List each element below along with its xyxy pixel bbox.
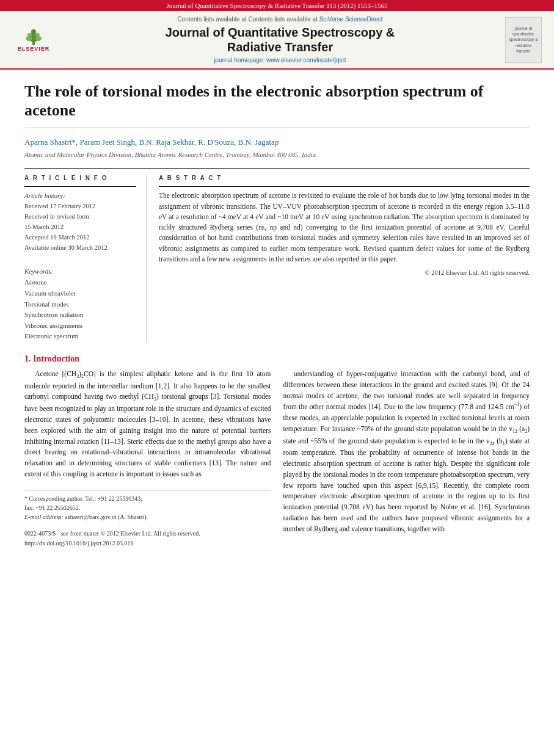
journal-citation-bar: Journal of Quantitative Spectroscopy & R… [0,0,554,11]
journal-citation-text: Journal of Quantitative Spectroscopy & R… [166,2,387,9]
accepted-text: Accepted 19 March 2012 [24,234,89,241]
article-info-column: A R T I C L E I N F O Article history: R… [24,175,147,342]
journal-thumb-text: journal ofquantitativespectroscopy &radi… [509,26,538,53]
homepage-url[interactable]: www.elsevier.com/locate/jqsrt [266,57,346,64]
abstract-column: A B S T R A C T The electronic absorptio… [159,175,530,342]
authors-line: Aparna Shastri*, Param Jeet Singh, B.N. … [24,137,530,147]
sciverse-text[interactable]: SciVerse ScienceDirect [319,16,383,23]
journal-main-title: Journal of Quantitative Spectroscopy & R… [55,25,505,54]
divider [24,186,136,187]
footnote-2: fax: +91 22 25502652. [24,503,271,512]
journal-header: ELSEVIER Contents lists available at Con… [0,11,554,70]
copyright-line: © 2012 Elsevier Ltd. All rights reserved… [159,269,530,276]
journal-title-line1: Journal of Quantitative Spectroscopy & [166,26,395,39]
main-content: The role of torsional modes in the elect… [0,70,554,561]
received-text: Received 17 February 2012 [24,203,95,209]
article-history-label: Article history: [24,192,136,199]
footnotes: * Corresponding author. Tel.: +91 22 255… [24,490,271,522]
svg-point-3 [31,29,36,34]
body-para-1: Acetone [(CH3)2CO] is the simplest aliph… [24,369,271,480]
journal-thumbnail: journal ofquantitativespectroscopy &radi… [505,17,542,63]
bottom-bar-line2: http://dx.doi.org/10.1016/j.jqsrt.2012.0… [24,539,271,548]
journal-homepage: journal homepage: www.elsevier.com/locat… [55,57,505,64]
received-date: Received 17 February 2012 Received in re… [24,202,136,253]
journal-title-block: Contents lists available at Contents lis… [55,16,505,64]
elsevier-logo: ELSEVIER [12,26,55,54]
svg-point-6 [27,33,32,37]
homepage-label: journal homepage: [214,57,264,64]
elsevier-tree-icon [21,27,46,46]
contents-line: Contents lists available at Contents lis… [55,16,505,23]
bottom-bar-line1: 0022-4073/$ - see front matter © 2012 El… [24,529,271,539]
elsevier-brand-text: ELSEVIER [18,46,50,52]
footnote-1: * Corresponding author. Tel.: +91 22 255… [24,494,271,503]
article-info-abstract-section: A R T I C L E I N F O Article history: R… [24,168,530,342]
body-col-2: understanding of hyper-conjugative inter… [283,369,530,548]
svg-point-7 [35,33,40,37]
keywords-label: Keywords: [24,267,136,275]
available-text: Available online 30 March 2012 [24,244,108,251]
body-two-col: Acetone [(CH3)2CO] is the simplest aliph… [24,369,530,548]
body-section: 1. Introduction Acetone [(CH3)2CO] is th… [24,354,530,548]
journal-header-left: ELSEVIER [12,26,55,54]
abstract-text: The electronic absorption spectrum of ac… [159,191,530,264]
journal-title-line2: Radiative Transfer [227,40,333,54]
section1-title: 1. Introduction [24,354,530,364]
body-para-2: understanding of hyper-conjugative inter… [283,369,530,535]
abstract-divider [159,186,530,187]
footnote-email: E-mail address: ashastri@barc.gov.in (A.… [24,512,271,522]
affiliation-line: Atomic and Molecular Physics Division, B… [24,151,530,158]
article-info-label: A R T I C L E I N F O [24,175,136,181]
article-title: The role of torsional modes in the elect… [24,82,530,128]
svg-point-4 [26,36,32,41]
body-col-1: Acetone [(CH3)2CO] is the simplest aliph… [24,369,271,548]
keywords-list: Acetone Vacuum ultraviolet Torsional mod… [24,277,136,342]
abstract-label: A B S T R A C T [159,175,530,181]
svg-point-5 [35,36,42,41]
bottom-bar: 0022-4073/$ - see front matter © 2012 El… [24,529,271,548]
